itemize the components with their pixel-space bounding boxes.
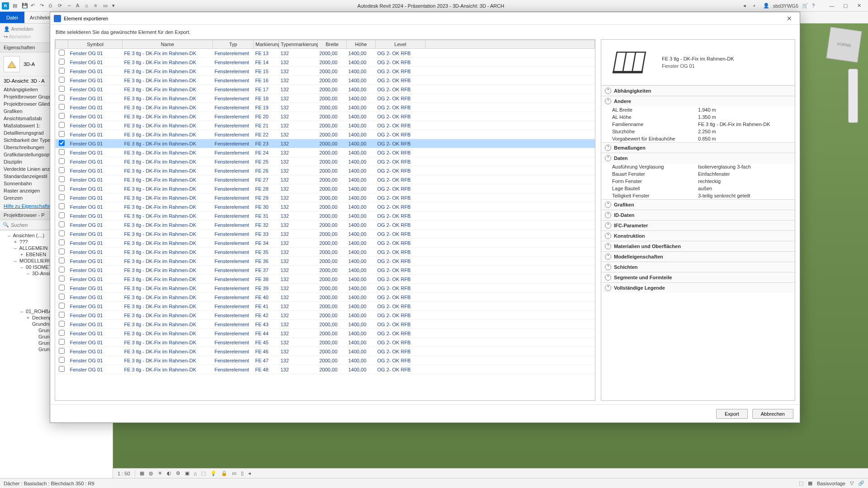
home-icon[interactable]: ⌂ [85,3,91,9]
sun-icon[interactable]: ☀ [158,470,162,476]
column-header[interactable]: Typ [213,40,254,49]
table-row[interactable]: Fenster OG 01FE 3 tlg - DK-Fix im Rahmen… [56,239,595,248]
print-icon[interactable]: ⎙ [49,3,55,9]
table-row[interactable]: Fenster OG 01FE 3 tlg - DK-Fix im Rahmen… [56,248,595,257]
user-icon[interactable]: 👤 [763,3,769,9]
column-header[interactable]: Typenmarkierung [279,40,318,49]
tab-file[interactable]: Datei [0,12,24,23]
share-icon[interactable]: ⭑ [753,3,760,9]
dialog-close-button[interactable]: ✕ [783,15,796,22]
row-checkbox[interactable] [59,249,65,254]
table-row[interactable]: Fenster OG 01FE 3 tlg - DK-Fix im Rahmen… [56,211,595,221]
table-row[interactable]: Fenster OG 01FE 3 tlg - DK-Fix im Rahmen… [56,112,595,121]
column-header[interactable]: Breite [318,40,347,49]
row-checkbox[interactable] [59,294,65,300]
row-checkbox[interactable] [59,230,65,236]
table-row[interactable]: Fenster OG 01FE 3 tlg - DK-Fix im Rahmen… [56,85,595,94]
dropdown-icon[interactable]: ▾ [112,3,118,9]
row-checkbox[interactable] [59,339,65,345]
row-checkbox[interactable] [59,113,65,119]
shadow-icon[interactable]: ◐ [167,470,171,476]
row-checkbox[interactable] [59,221,65,227]
table-row[interactable]: Fenster OG 01FE 3 tlg - DK-Fix im Rahmen… [56,257,595,266]
table-row[interactable]: Fenster OG 01FE 3 tlg - DK-Fix im Rahmen… [56,193,595,202]
property-group-header[interactable]: ˅ID-Daten [601,210,795,220]
row-checkbox[interactable] [59,167,65,173]
row-checkbox[interactable] [59,267,65,272]
table-row[interactable]: Fenster OG 01FE 3 tlg - DK-Fix im Rahmen… [56,293,595,302]
table-row[interactable]: Fenster OG 01FE 3 tlg - DK-Fix im Rahmen… [56,356,595,365]
row-checkbox[interactable] [59,140,65,146]
table-row[interactable]: Fenster OG 01FE 3 tlg - DK-Fix im Rahmen… [56,221,595,230]
row-checkbox[interactable] [59,330,65,336]
save-icon[interactable]: 💾 [22,3,28,9]
row-checkbox[interactable] [59,95,65,101]
scale-label[interactable]: 1 : 50 [118,471,130,476]
row-checkbox[interactable] [59,212,65,218]
row-checkbox[interactable] [59,239,65,245]
row-checkbox[interactable] [59,149,65,155]
visual-style-icon[interactable]: ◍ [149,470,153,476]
home-icon[interactable]: ⌂ [194,471,197,476]
row-checkbox[interactable] [59,68,65,74]
column-header[interactable]: Höhe [347,40,376,49]
maximize-button[interactable]: ▢ [839,1,852,10]
property-group-header[interactable]: ˅IFC-Parameter [601,221,795,230]
lightbulb-icon[interactable]: 💡 [210,470,217,476]
section-box-icon[interactable]: ⬚ [201,470,206,476]
row-checkbox[interactable] [59,348,65,354]
table-row[interactable]: Fenster OG 01FE 3 tlg - DK-Fix im Rahmen… [56,302,595,311]
cancel-button[interactable]: Abbrechen [752,409,793,419]
cart-icon[interactable]: 🛒 [802,3,808,9]
property-group-header[interactable]: ˄Andere [601,96,795,106]
more-icon[interactable]: ◂ [248,470,251,476]
minimize-button[interactable]: — [826,1,838,10]
property-group-header[interactable]: ˅Abhängigkeiten [601,86,795,96]
viewcube[interactable]: VORNE [826,27,862,62]
column-header[interactable]: Symbol [68,40,123,49]
property-group-header[interactable]: ˅Grafiken [601,200,795,210]
row-checkbox[interactable] [59,176,65,182]
property-group-header[interactable]: ˅Bemaßungen [601,143,795,153]
column-header[interactable]: Markierung [254,40,279,49]
row-checkbox[interactable] [59,122,65,128]
row-checkbox[interactable] [59,312,65,318]
help-icon[interactable]: ? [812,3,818,9]
row-checkbox[interactable] [59,203,65,209]
select-icon[interactable]: ⬚ [799,480,803,486]
row-checkbox[interactable] [59,59,65,65]
row-checkbox[interactable] [59,366,65,372]
row-checkbox[interactable] [59,104,65,110]
table-row[interactable]: Fenster OG 01FE 3 tlg - DK-Fix im Rahmen… [56,157,595,166]
property-group-header[interactable]: ˅Materialien und Oberflächen [601,241,795,251]
property-group-header[interactable]: ˅Segmente und Formteile [601,272,795,282]
sync-icon[interactable]: ⟳ [58,3,64,9]
row-checkbox[interactable] [59,285,65,291]
reveal-icon[interactable]: ▯ [241,470,244,476]
grid-scroll[interactable]: SymbolNameTypMarkierungTypenmarkierungBr… [55,40,595,400]
row-checkbox[interactable] [59,321,65,327]
worksets-icon[interactable]: ▦ [808,480,812,486]
align-icon[interactable]: ≡ [94,3,100,9]
table-row[interactable]: Fenster OG 01FE 3 tlg - DK-Fix im Rahmen… [56,166,595,175]
render-icon[interactable]: ⚙ [176,470,180,476]
table-row[interactable]: Fenster OG 01FE 3 tlg - DK-Fix im Rahmen… [56,121,595,130]
row-checkbox[interactable] [59,276,65,282]
table-row[interactable]: Fenster OG 01FE 3 tlg - DK-Fix im Rahmen… [56,49,595,58]
close-button[interactable]: ✕ [853,1,865,10]
table-row[interactable]: Fenster OG 01FE 3 tlg - DK-Fix im Rahmen… [56,58,595,67]
table-row[interactable]: Fenster OG 01FE 3 tlg - DK-Fix im Rahmen… [56,311,595,320]
section-icon[interactable]: ▭ [103,3,109,9]
template-label[interactable]: Basisvorlage [817,481,845,486]
table-row[interactable]: Fenster OG 01FE 3 tlg - DK-Fix im Rahmen… [56,266,595,275]
row-checkbox[interactable] [59,194,65,200]
row-checkbox[interactable] [59,50,65,56]
table-row[interactable]: Fenster OG 01FE 3 tlg - DK-Fix im Rahmen… [56,67,595,76]
nav-bar[interactable] [848,69,858,123]
table-row[interactable]: Fenster OG 01FE 3 tlg - DK-Fix im Rahmen… [56,329,595,338]
row-checkbox[interactable] [59,185,65,191]
column-header[interactable]: Level [376,40,425,49]
property-group-header[interactable]: ˄Daten [601,153,795,163]
measure-icon[interactable]: ↔ [67,3,73,9]
table-row[interactable]: Fenster OG 01FE 3 tlg - DK-Fix im Rahmen… [56,94,595,103]
